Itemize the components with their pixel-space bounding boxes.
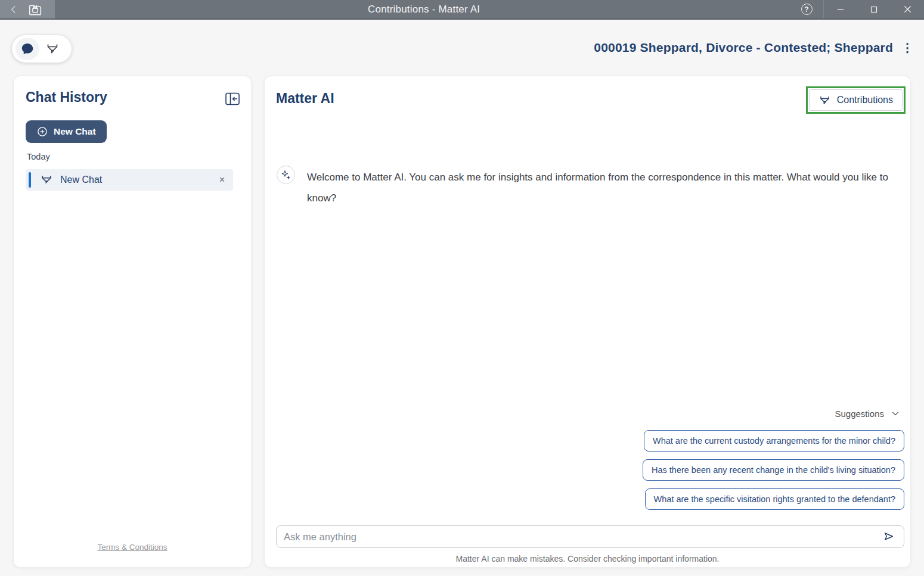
matter-options-button[interactable]: ⋮ — [899, 41, 916, 55]
ai-welcome-message-row: Welcome to Matter AI. You can ask me for… — [277, 166, 888, 208]
close-icon — [902, 4, 913, 15]
suggestions-toggle[interactable]: Suggestions — [835, 408, 901, 419]
sparkle-icon — [280, 169, 292, 181]
chat-mode-toggle[interactable] — [15, 38, 39, 60]
matter-folder-button[interactable]: M — [27, 2, 43, 17]
chevron-down-icon — [890, 408, 901, 419]
collapse-panel-button[interactable] — [225, 92, 240, 106]
minimize-icon — [835, 4, 846, 15]
matter-title: 000019 Sheppard, Divorce - Contested; Sh… — [594, 41, 893, 55]
minimize-button[interactable] — [835, 4, 846, 15]
ai-sparkle-avatar — [277, 166, 295, 184]
folder-letter: M — [27, 4, 43, 10]
back-chevron-icon — [8, 4, 19, 15]
folder-icon: M — [27, 2, 43, 17]
close-button[interactable] — [902, 4, 913, 15]
help-button[interactable]: ? — [801, 4, 813, 15]
suggestion-chip[interactable]: What are the specific visitation rights … — [645, 488, 904, 510]
maximize-button[interactable] — [869, 4, 879, 15]
contributions-button-label: Contributions — [837, 95, 893, 105]
chat-bubble-icon — [20, 42, 35, 56]
contributions-funnel-icon — [818, 94, 831, 107]
chat-item-label: New Chat — [60, 175, 102, 185]
chat-item-funnel-icon — [40, 173, 53, 186]
help-icon: ? — [801, 4, 813, 15]
ai-disclaimer: Matter AI can make mistakes. Consider ch… — [265, 554, 910, 563]
chat-history-item[interactable]: New Chat × — [26, 169, 233, 191]
new-chat-button[interactable]: New Chat — [26, 120, 107, 143]
ai-welcome-message: Welcome to Matter AI. You can ask me for… — [307, 166, 888, 208]
collapse-panel-icon — [225, 92, 240, 106]
send-icon — [882, 530, 895, 543]
contributions-funnel-icon — [45, 42, 60, 56]
plus-circle-icon — [36, 126, 48, 138]
chat-item-close-button[interactable]: × — [219, 175, 225, 185]
terms-and-conditions-link[interactable]: Terms & Conditions — [14, 543, 251, 552]
ask-input[interactable] — [284, 531, 881, 543]
window-title: Contributions - Matter AI — [368, 0, 480, 18]
ask-input-container — [276, 525, 904, 548]
contributions-mode-toggle[interactable] — [41, 38, 64, 60]
contributions-button[interactable]: Contributions — [809, 89, 903, 111]
contributions-highlight-box: Contributions — [806, 86, 906, 114]
back-button[interactable] — [8, 4, 19, 15]
send-button[interactable] — [881, 530, 897, 543]
chat-history-title: Chat History — [26, 89, 107, 105]
matter-ai-title: Matter AI — [276, 91, 334, 107]
suggestion-chips: What are the current custody arrangement… — [643, 430, 904, 510]
suggestions-label: Suggestions — [835, 409, 884, 419]
active-chat-accent-bar — [29, 172, 31, 188]
title-bar-left-segment: M — [0, 0, 55, 18]
title-bar: M Contributions - Matter AI ? — [0, 0, 924, 20]
chat-history-section-label: Today — [27, 152, 50, 161]
matter-ai-panel: Matter AI Contributions Welcome to Matte… — [264, 76, 911, 568]
suggestion-chip[interactable]: Has there been any recent change in the … — [643, 459, 904, 481]
mode-toggle-pill — [12, 35, 72, 63]
new-chat-button-label: New Chat — [54, 126, 96, 137]
chat-history-panel: Chat History New Chat Today New Chat × T… — [13, 76, 252, 568]
maximize-icon — [869, 4, 879, 15]
suggestion-chip[interactable]: What are the current custody arrangement… — [644, 430, 904, 452]
app-header: 000019 Sheppard, Divorce - Contested; Sh… — [0, 20, 924, 76]
